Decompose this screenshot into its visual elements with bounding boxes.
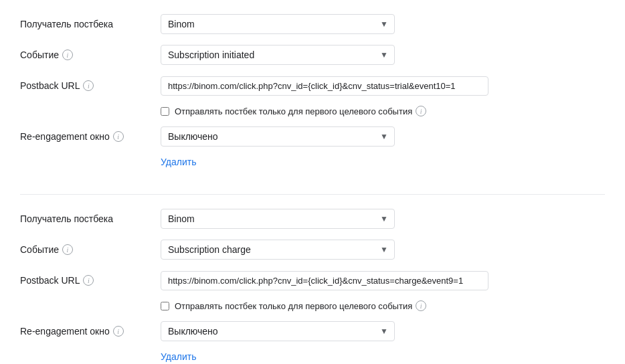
event-info-icon-1[interactable]: i [62,50,73,60]
event-input-col-1: Subscription initiated ▼ [161,45,605,65]
delete-link-2[interactable]: Удалить [161,351,196,362]
reengagement-label-1: Re-engagement окно i [20,131,161,142]
event-info-icon-2[interactable]: i [62,244,73,255]
event-row-1: Событие i Subscription initiated ▼ [20,44,605,66]
event-select-wrapper-1: Subscription initiated ▼ [161,45,395,65]
url-label-2: Postback URL i [20,275,161,286]
first-event-checkbox-1[interactable] [161,107,169,116]
postback-section-2: Получатель постбека Binom ▼ Событие i Su… [20,208,605,364]
reengagement-info-icon-2[interactable]: i [113,326,124,337]
first-event-checkbox-2[interactable] [161,302,169,310]
delete-link-1[interactable]: Удалить [161,157,196,167]
url-input-2[interactable] [161,271,488,290]
postback-section-1: Получатель постбека Binom ▼ Событие i Su… [20,13,605,187]
recipient-label-1: Получатель постбека [20,19,161,29]
checkbox-row-2: Отправлять постбек только для первого це… [161,300,605,311]
recipient-select-1[interactable]: Binom [161,14,395,34]
url-label-1: Postback URL i [20,80,161,91]
reengagement-row-2: Re-engagement окно i Выключено ▼ [20,321,605,342]
url-input-1[interactable] [161,76,488,96]
url-input-col-1 [161,76,605,96]
recipient-input-col-1: Binom ▼ [161,14,605,34]
reengagement-input-col-1: Выключено ▼ [161,126,605,147]
reengagement-select-wrapper-2: Выключено ▼ [161,321,395,341]
reengagement-select-1[interactable]: Выключено [161,126,395,147]
recipient-select-2[interactable]: Binom [161,209,395,229]
checkbox-label-1: Отправлять постбек только для первого це… [175,106,426,116]
checkbox-info-icon-1[interactable]: i [416,106,426,116]
recipient-input-col-2: Binom ▼ [161,209,605,229]
checkbox-row-1: Отправлять постбек только для первого це… [161,106,605,116]
event-label-2: Событие i [20,244,161,255]
reengagement-select-2[interactable]: Выключено [161,321,395,341]
url-info-icon-2[interactable]: i [83,275,94,286]
recipient-select-wrapper-1: Binom ▼ [161,14,395,34]
event-input-col-2: Subscription charge ▼ [161,240,605,260]
url-input-col-2 [161,271,605,290]
checkbox-info-icon-2[interactable]: i [416,300,426,311]
reengagement-row-1: Re-engagement окно i Выключено ▼ [20,126,605,147]
event-label-1: Событие i [20,50,161,60]
recipient-row-2: Получатель постбека Binom ▼ [20,208,605,230]
url-row-1: Postback URL i [20,75,605,96]
recipient-select-wrapper-2: Binom ▼ [161,209,395,229]
reengagement-info-icon-1[interactable]: i [113,131,124,142]
section-divider [20,194,605,195]
checkbox-label-2: Отправлять постбек только для первого це… [175,300,426,311]
event-row-2: Событие i Subscription charge ▼ [20,239,605,260]
event-select-2[interactable]: Subscription charge [161,240,395,260]
event-select-wrapper-2: Subscription charge ▼ [161,240,395,260]
url-row-2: Postback URL i [20,270,605,291]
reengagement-input-col-2: Выключено ▼ [161,321,605,341]
reengagement-label-2: Re-engagement окно i [20,326,161,337]
reengagement-select-wrapper-1: Выключено ▼ [161,126,395,147]
event-select-1[interactable]: Subscription initiated [161,45,395,65]
recipient-label-2: Получатель постбека [20,213,161,224]
recipient-row-1: Получатель постбека Binom ▼ [20,13,605,35]
url-info-icon-1[interactable]: i [83,80,94,91]
